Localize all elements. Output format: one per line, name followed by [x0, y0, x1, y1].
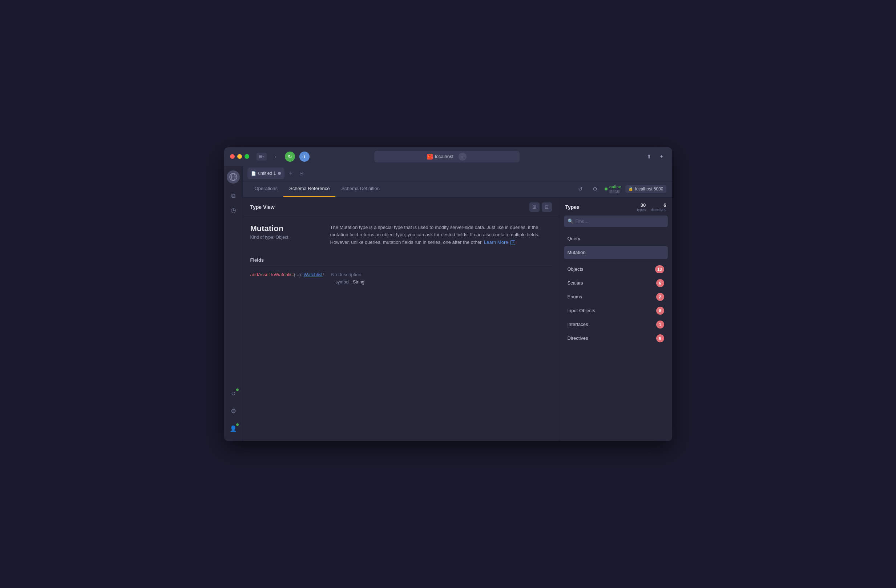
- types-panel-title: Types: [565, 204, 579, 210]
- file-icon: 📄: [251, 171, 256, 176]
- copy-icon: ⧉: [231, 192, 235, 200]
- plus-icon: ＋: [659, 153, 664, 160]
- status-label: status: [610, 189, 621, 193]
- field-type-link[interactable]: Watchlist: [303, 272, 322, 277]
- minimize-button[interactable]: [237, 154, 242, 159]
- status-dot: [605, 187, 608, 190]
- type-view-panel: Type View ⊞ ⊟ Mutatio: [243, 197, 559, 441]
- share-button[interactable]: ⬆: [645, 152, 654, 161]
- maximize-button[interactable]: [245, 154, 249, 159]
- field-signature: addAssetToWatchlist(...): Watchlist!: [250, 272, 324, 285]
- type-view-actions: ⊞ ⊟: [529, 203, 552, 212]
- type-count-badge: 1: [656, 320, 664, 329]
- type-item-objects[interactable]: Objects 13: [564, 263, 668, 276]
- share-icon: ⬆: [647, 153, 651, 160]
- back-button[interactable]: ‹: [271, 152, 280, 161]
- sidebar-icon: ⊟: [259, 154, 262, 159]
- field-name-text: addAssetToWatchlist: [250, 272, 294, 277]
- mutation-kind: Kind of type: Object: [250, 235, 323, 240]
- address-bar[interactable]: 🍎 localhost ···: [374, 151, 520, 163]
- grid-icon: ⊞: [532, 204, 536, 210]
- types-count: 30: [637, 203, 646, 208]
- types-list: Query Mutation Objects 13: [559, 231, 672, 441]
- type-item-interfaces[interactable]: Interfaces 1: [564, 318, 668, 331]
- mutation-info: Mutation Kind of type: Object: [250, 224, 323, 247]
- add-tab-button[interactable]: +: [286, 169, 296, 178]
- address-menu-button[interactable]: ···: [459, 152, 466, 161]
- mutation-description: The Mutation type is a special type that…: [330, 224, 552, 247]
- nav-tabs-bar: Operations Schema Reference Schema Defin…: [243, 181, 672, 197]
- type-item-mutation[interactable]: Mutation: [564, 246, 668, 259]
- type-item-enums[interactable]: Enums 2: [564, 290, 668, 303]
- type-name: Scalars: [568, 280, 583, 286]
- tab-pages-button[interactable]: ⊟: [297, 169, 306, 178]
- types-label: types: [637, 208, 646, 212]
- field-exclaim: !: [323, 272, 324, 277]
- sidebar-item-user[interactable]: 👤: [227, 422, 240, 436]
- type-count-badge: 6: [656, 279, 664, 287]
- type-count-badge: 8: [656, 307, 664, 315]
- sidebar-item-history[interactable]: ◷: [227, 204, 240, 217]
- sidebar-toggle-button[interactable]: ⊟ ▾: [256, 152, 267, 161]
- app-logo: [227, 171, 240, 184]
- favicon: 🍎: [427, 154, 433, 160]
- external-link-icon: ↗: [510, 240, 515, 245]
- tab-untitled1[interactable]: 📄 untitled 1: [247, 168, 285, 179]
- type-name: Mutation: [568, 250, 586, 255]
- type-name: Objects: [568, 267, 584, 272]
- endpoint-text: localhost:5000: [635, 186, 663, 192]
- sidebar-item-sync[interactable]: ↺: [227, 387, 240, 401]
- directives-count-stat: 6 directives: [651, 203, 666, 212]
- search-input[interactable]: [576, 218, 664, 224]
- chevron-down-icon: ▾: [262, 155, 264, 158]
- titlebar-controls: ⊟ ▾: [256, 152, 267, 161]
- field-details: No description symbol : String!: [331, 272, 552, 285]
- new-tab-button[interactable]: ＋: [657, 152, 666, 161]
- nav-arrows: ‹: [271, 152, 280, 161]
- type-name: Query: [568, 236, 580, 241]
- type-count-badge: 6: [656, 334, 664, 342]
- field-row: addAssetToWatchlist(...): Watchlist! No …: [250, 267, 552, 290]
- refresh-button[interactable]: ↻: [285, 152, 295, 162]
- tab-operations[interactable]: Operations: [249, 181, 284, 197]
- gear-icon: ⚙: [231, 407, 236, 415]
- online-label: online: [610, 184, 621, 189]
- grid-view-button[interactable]: ⊞: [529, 203, 539, 212]
- close-button[interactable]: [230, 154, 235, 159]
- learn-more-link[interactable]: Learn More: [484, 239, 508, 245]
- endpoint-badge[interactable]: 🔒 localhost:5000: [625, 185, 666, 193]
- type-name: Input Objects: [568, 308, 596, 313]
- split-icon: ⊟: [545, 204, 549, 210]
- type-item-directives[interactable]: Directives 6: [564, 332, 668, 345]
- far-sidebar: ⧉ ◷ ↺ ⚙ 👤: [224, 166, 243, 441]
- type-name: Enums: [568, 294, 582, 299]
- info-button[interactable]: i: [299, 152, 309, 162]
- schema-settings-button[interactable]: ⚙: [590, 184, 600, 194]
- user-badge: [236, 423, 239, 426]
- tab-bar: 📄 untitled 1 + ⊟: [243, 166, 672, 181]
- types-search-box[interactable]: 🔍: [564, 215, 668, 227]
- types-count-stat: 30 types: [637, 203, 646, 212]
- content-split: Type View ⊞ ⊟ Mutatio: [243, 197, 672, 441]
- refresh-icon: ↻: [288, 154, 292, 160]
- type-item-query[interactable]: Query: [564, 232, 668, 245]
- mutation-name: Mutation: [250, 224, 323, 233]
- directives-count: 6: [651, 203, 666, 208]
- reload-schema-button[interactable]: ↺: [576, 184, 586, 194]
- arg-type: String!: [353, 279, 366, 285]
- tab-schema-definition[interactable]: Schema Definition: [335, 181, 386, 197]
- types-sidebar-header: Types 30 types 6 directives: [559, 197, 672, 215]
- tab-label: untitled 1: [258, 171, 276, 176]
- field-name: addAssetToWatchlist(...): Watchlist!: [250, 272, 324, 277]
- split-view-button[interactable]: ⊟: [542, 203, 552, 212]
- browser-window: ⊟ ▾ ‹ ↻ i 🍎 localhost ··· ⬆ ＋: [224, 147, 672, 441]
- type-name: Interfaces: [568, 321, 588, 327]
- sidebar-item-copy[interactable]: ⧉: [227, 189, 240, 203]
- sidebar-bottom: ↺ ⚙ 👤: [227, 387, 240, 437]
- type-view-header: Type View ⊞ ⊟: [243, 197, 559, 216]
- tab-schema-reference[interactable]: Schema Reference: [283, 181, 335, 197]
- type-item-scalars[interactable]: Scalars 6: [564, 277, 668, 289]
- type-count-badge: 2: [656, 293, 664, 301]
- sidebar-item-settings[interactable]: ⚙: [227, 405, 240, 418]
- type-item-input-objects[interactable]: Input Objects 8: [564, 304, 668, 317]
